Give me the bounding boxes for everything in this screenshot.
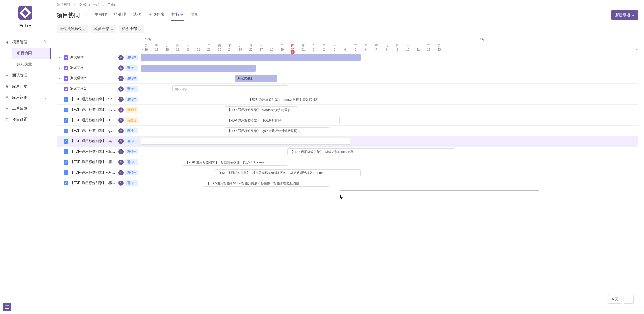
status-badge[interactable]: 进行中 [125, 180, 138, 186]
task-row[interactable]: ✓【FDP-通用标签引擎】--标...李进行中 [57, 147, 141, 157]
avatar[interactable]: 李 [118, 149, 124, 154]
task-row[interactable]: ◆测试需求3军进行中 [57, 84, 141, 94]
task-row[interactable]: ✓【FDP-通用标签引擎】--tran...汪进行中 [57, 94, 141, 105]
task-type-icon: ◆ [64, 66, 68, 70]
day-7: 五7 [371, 43, 382, 52]
tab-待处理[interactable]: 待处理 [114, 10, 126, 21]
status-badge[interactable]: 进行中 [125, 170, 138, 175]
task-row[interactable]: ✓【FDP-通用标签引擎】--标...李进行中 [57, 178, 141, 188]
tab-事项列表[interactable]: 事项列表 [148, 10, 164, 21]
expand-icon[interactable]: ▸ [59, 56, 62, 59]
gantt-bar[interactable]: 【FDP-通用标签引擎】--标签分类展示标签数，标签管理交互调整 [204, 180, 329, 187]
day-10: 一10 [403, 43, 413, 52]
avatar[interactable]: 李 [118, 139, 124, 144]
avatar[interactable]: 军 [118, 86, 124, 92]
gantt-bar[interactable]: 【FDP-通用标签引擎】--对接前端标签值规则组件，标签代码迁移入Trantor [214, 169, 361, 176]
task-row[interactable]: ✓【FDP-通用标签引擎】--tran...汪待处理 [57, 105, 141, 115]
nav-sub-效能度量[interactable]: 效能度量 [12, 59, 51, 70]
expand-icon[interactable]: ▸ [59, 66, 62, 69]
status-badge[interactable]: 进行中 [125, 55, 138, 60]
gantt-timeline[interactable]: 12月1月 四16五17六18日19一20二21三22四23五24六25日26一… [141, 37, 638, 308]
nav-item-应用开发[interactable]: ◉应用开发 [0, 81, 51, 92]
tab-里程碑[interactable]: 里程碑 [95, 10, 107, 21]
nav-item-应用运维[interactable]: ◎应用运维 [0, 92, 51, 103]
gantt-bar[interactable]: 测试需求2 [235, 75, 277, 82]
status-badge[interactable]: 进行中 [125, 65, 138, 71]
avatar[interactable]: 汪 [118, 107, 124, 113]
day-1: 六1 [308, 43, 319, 52]
avatar[interactable]: 李 [118, 181, 124, 186]
avatar[interactable]: 汪 [118, 97, 124, 102]
nav-item-项目设置[interactable]: ⚙项目设置 [0, 114, 51, 125]
status-badge[interactable]: 进行中 [125, 149, 138, 154]
gantt-bar[interactable]: 【FDP-通用标签引擎】--gaia对接标签计算数据同步 [225, 127, 329, 134]
sidebar-collapse-button[interactable]: ☰ [3, 303, 11, 311]
avatar[interactable]: 李 [118, 118, 124, 123]
expand-icon[interactable]: ▸ [59, 77, 62, 80]
gantt-bar[interactable]: 【FDP-通用标签引擎】--trantor对接全量数据同步 [246, 96, 350, 103]
tab-迭代[interactable]: 迭代 [133, 10, 141, 21]
tab-看板[interactable]: 看板 [191, 10, 199, 21]
filter-迭代[interactable]: 迭代 测试迭代 [57, 25, 88, 33]
gantt-body: 今 求1测试需求2测试需求3【FDP-通用标签引擎】--trantor对接全量数… [141, 52, 638, 188]
svg-text:◉: ◉ [6, 84, 8, 88]
nav-item-测试管理[interactable]: ▲测试管理 [0, 70, 51, 81]
task-row[interactable]: ✓【FDP-通用标签引擎】--标...李进行中 [57, 157, 141, 167]
tab-甘特图[interactable]: 甘特图 [171, 10, 184, 21]
gantt-bar[interactable] [141, 138, 350, 145]
gantt-bar[interactable] [141, 54, 361, 61]
nav-item-工单反馈[interactable]: ≡工单反馈 [0, 103, 51, 114]
filters: 迭代 测试迭代成员 全部标签 全部 [51, 21, 644, 37]
status-badge[interactable]: 进行中 [125, 76, 138, 81]
mouse-cursor [340, 195, 344, 200]
task-type-icon: ✓ [64, 149, 68, 154]
gantt-bar[interactable]: 【FDP-通用标签引擎】--标签计算action增强 [287, 148, 455, 155]
avatar[interactable]: 李 [118, 170, 124, 175]
gantt-scroll-right[interactable]: » [636, 48, 638, 51]
avatar[interactable]: 军 [118, 65, 124, 71]
task-row[interactable]: ✓【FDP-通用标签引擎】--gaia...李进行中 [57, 126, 141, 136]
status-badge[interactable]: 进行中 [125, 86, 138, 92]
task-row[interactable]: ▸◆测试需求2军进行中 [57, 73, 141, 84]
app-logo[interactable] [18, 6, 32, 20]
day-3: 一3 [329, 43, 340, 52]
nav-sub-项目协同[interactable]: 项目协同 [12, 48, 51, 59]
task-row[interactable]: ✓【FDP-通用标签引擎】--TQL...李待处理 [57, 115, 141, 126]
new-issue-button[interactable]: 新建事项 ▾ [611, 10, 638, 20]
day-24: 五24 [225, 43, 235, 52]
avatar[interactable]: 李 [118, 128, 124, 133]
status-badge[interactable]: 进行中 [125, 138, 138, 144]
gantt-scroll-left[interactable]: « [142, 48, 143, 51]
gantt-row: 【FDP-通用标签引擎】--标签计算action增强 [141, 147, 638, 157]
task-row[interactable]: ▸◆测试需求军进行中 [57, 52, 141, 63]
day-6: 四6 [361, 43, 371, 52]
gantt-h-scrollbar[interactable] [141, 190, 638, 192]
filter-标签[interactable]: 标签 全部 [119, 25, 144, 33]
gantt-bar[interactable]: 求1 [141, 65, 256, 72]
breadcrumb-item[interactable]: 端点科技 [57, 2, 71, 7]
status-badge[interactable]: 待处理 [125, 107, 138, 113]
task-row[interactable]: ✓【FDP-通用标签引擎】--实...李进行中 [57, 136, 141, 147]
org-selector[interactable]: Erda ▾ [19, 23, 31, 28]
fullscreen-button[interactable]: ⛶ [624, 295, 634, 304]
avatar[interactable]: 军 [118, 55, 124, 60]
status-badge[interactable]: 进行中 [125, 159, 138, 165]
filter-成员[interactable]: 成员 全部 [91, 25, 116, 33]
gantt-bar[interactable]: 【FDP-通用标签引擎】--TQL解析翻译 [225, 117, 340, 124]
avatar[interactable]: 军 [118, 76, 124, 81]
today-button[interactable]: 今天 [608, 295, 621, 304]
task-row[interactable]: ✓【FDP-通用标签引擎】--对...李进行中 [57, 167, 141, 178]
status-badge[interactable]: 待处理 [125, 117, 138, 123]
avatar[interactable]: 李 [118, 160, 124, 165]
breadcrumb-item[interactable]: DevOps 平台 [79, 2, 99, 7]
gantt-bar[interactable]: 【FDP-通用标签引擎】--标签宽表创建，同步clickhouse [183, 159, 287, 166]
gantt-bar[interactable]: 【FDP-通用标签引擎】--trantor对接实时同步 [225, 106, 298, 113]
nav-item-项目管理[interactable]: ◈项目管理 [0, 37, 51, 48]
task-name: 测试需求1 [70, 65, 117, 70]
status-badge[interactable]: 进行中 [125, 128, 138, 133]
task-row[interactable]: ▸◆测试需求1军进行中 [57, 63, 141, 73]
breadcrumb-item[interactable]: Erda [108, 3, 115, 7]
status-badge[interactable]: 进行中 [125, 97, 138, 102]
gantt-bar[interactable]: 测试需求3 [172, 85, 287, 92]
gear-icon: ⚙ [5, 117, 9, 122]
